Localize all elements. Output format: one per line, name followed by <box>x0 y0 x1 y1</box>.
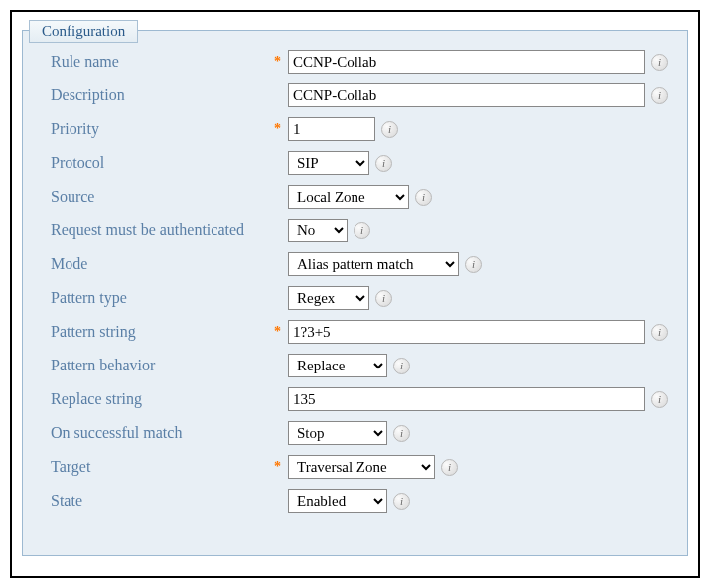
pattern-type-select[interactable]: Regex <box>288 286 369 310</box>
info-icon[interactable]: i <box>651 87 668 104</box>
info-icon[interactable]: i <box>415 189 432 206</box>
row-pattern-behavior: Pattern behavior Replace i <box>51 349 667 382</box>
section-title: Configuration <box>29 20 138 43</box>
row-mode: Mode Alias pattern match i <box>51 247 667 281</box>
config-panel-border: Configuration Rule name * i Description … <box>10 10 700 578</box>
row-description: Description i <box>51 78 667 112</box>
state-select[interactable]: Enabled <box>288 489 387 513</box>
required-marker: * <box>274 324 288 340</box>
label-on-successful-match: On successful match <box>51 424 274 442</box>
on-successful-match-select[interactable]: Stop <box>288 421 387 445</box>
replace-string-input[interactable] <box>288 387 645 411</box>
info-icon[interactable]: i <box>375 155 392 172</box>
label-pattern-string: Pattern string <box>51 323 274 341</box>
label-protocol: Protocol <box>51 154 274 172</box>
mode-select[interactable]: Alias pattern match <box>288 252 459 276</box>
info-icon[interactable]: i <box>381 121 398 138</box>
row-state: State Enabled i <box>51 484 667 517</box>
info-icon[interactable]: i <box>354 222 370 239</box>
label-mode: Mode <box>51 255 274 273</box>
row-request-auth: Request must be authenticated No i <box>51 214 667 247</box>
label-target: Target <box>51 458 274 476</box>
target-select[interactable]: Traversal Zone <box>288 455 435 479</box>
row-protocol: Protocol SIP i <box>51 146 667 180</box>
pattern-behavior-select[interactable]: Replace <box>288 354 387 377</box>
row-target: Target * Traversal Zone i <box>51 450 667 484</box>
required-marker: * <box>274 459 288 475</box>
row-on-successful-match: On successful match Stop i <box>51 416 667 450</box>
info-icon[interactable]: i <box>465 256 482 273</box>
label-pattern-behavior: Pattern behavior <box>51 357 274 374</box>
label-description: Description <box>51 86 274 104</box>
info-icon[interactable]: i <box>441 459 458 476</box>
label-state: State <box>51 492 274 510</box>
label-request-auth: Request must be authenticated <box>51 221 274 239</box>
description-input[interactable] <box>288 83 645 107</box>
row-rule-name: Rule name * i <box>51 45 667 78</box>
info-icon[interactable]: i <box>375 290 392 307</box>
priority-input[interactable] <box>288 117 375 141</box>
protocol-select[interactable]: SIP <box>288 151 369 175</box>
required-marker: * <box>274 54 288 70</box>
request-auth-select[interactable]: No <box>288 219 348 242</box>
rule-name-input[interactable] <box>288 50 645 74</box>
source-select[interactable]: Local Zone <box>288 185 409 209</box>
row-priority: Priority * i <box>51 112 667 146</box>
configuration-fieldset: Configuration Rule name * i Description … <box>22 30 688 556</box>
row-replace-string: Replace string i <box>51 382 667 416</box>
row-source: Source Local Zone i <box>51 180 667 214</box>
pattern-string-input[interactable] <box>288 320 645 344</box>
info-icon[interactable]: i <box>393 493 410 510</box>
label-replace-string: Replace string <box>51 390 274 408</box>
row-pattern-string: Pattern string * i <box>51 315 667 349</box>
label-priority: Priority <box>51 120 274 138</box>
info-icon[interactable]: i <box>393 358 410 374</box>
label-pattern-type: Pattern type <box>51 289 274 307</box>
info-icon[interactable]: i <box>393 425 410 442</box>
required-marker: * <box>274 121 288 137</box>
row-pattern-type: Pattern type Regex i <box>51 281 667 315</box>
info-icon[interactable]: i <box>651 54 668 71</box>
info-icon[interactable]: i <box>651 324 668 341</box>
label-source: Source <box>51 188 274 206</box>
label-rule-name: Rule name <box>51 53 274 71</box>
info-icon[interactable]: i <box>651 391 668 408</box>
